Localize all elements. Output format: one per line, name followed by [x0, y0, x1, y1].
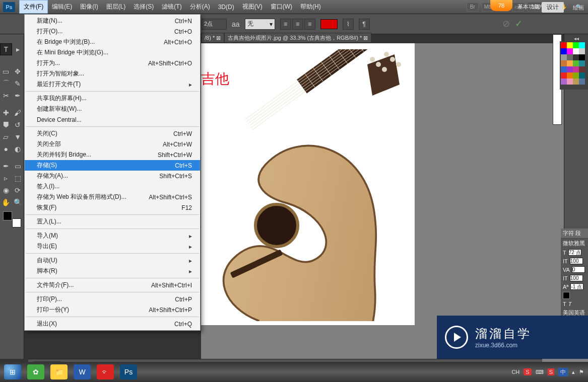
brush-tool[interactable]: 🖌	[12, 107, 24, 119]
fg-bg-color[interactable]	[2, 210, 22, 228]
menu-3d[interactable]: 3D(D)	[214, 2, 238, 13]
warp-text-button[interactable]: ⌇	[343, 19, 354, 30]
file-menu-item[interactable]: Device Central...	[25, 114, 200, 125]
file-menu-item[interactable]: 打印(P)...Ctrl+P	[25, 294, 200, 304]
eraser-tool[interactable]: ▱	[0, 131, 12, 143]
align-center-button[interactable]: ≡	[292, 19, 303, 30]
text-color-row[interactable]	[561, 291, 588, 300]
font-family-field[interactable]: 微软雅黑	[561, 239, 588, 248]
taskbar-music[interactable]: ᯤ	[97, 364, 114, 379]
blur-tool[interactable]: ●	[0, 143, 12, 155]
quickselect-tool[interactable]: ✎	[12, 78, 24, 90]
ime-badge-icon[interactable]: S	[548, 368, 554, 375]
file-menu-item[interactable]: 共享我的屏幕(H)...	[25, 93, 200, 104]
taskbar-photoshop[interactable]: Ps	[120, 364, 137, 379]
menu-select[interactable]: 选择(S)	[129, 1, 158, 13]
marquee-tool[interactable]: ▭	[0, 65, 12, 78]
type-tool[interactable]: T	[0, 43, 12, 55]
direct-select-tool[interactable]: ▹	[0, 172, 12, 184]
heal-tool[interactable]: ✚	[0, 107, 12, 119]
file-menu-item[interactable]: 脚本(R)	[25, 266, 200, 276]
file-menu-item[interactable]: 导出(E)	[25, 241, 200, 252]
file-menu-item[interactable]: 打开为...Alt+Shift+Ctrl+O	[25, 58, 200, 68]
menu-layer[interactable]: 图层(L)	[102, 1, 130, 13]
move-tool[interactable]: ✥	[12, 65, 24, 78]
crop-tool[interactable]: ✂	[0, 90, 12, 102]
taskbar-folder[interactable]: 📁	[50, 364, 68, 379]
font-size-input[interactable]	[568, 249, 581, 256]
file-menu-item[interactable]: 存储为 Web 和设备所用格式(D)...Alt+Shift+Ctrl+S	[25, 192, 200, 202]
path-select-tool[interactable]: ▸	[12, 43, 24, 55]
ime-cn-icon[interactable]: 中	[558, 368, 568, 376]
lasso-tool[interactable]: ⌒	[0, 78, 12, 90]
bucket-tool[interactable]: ▼	[12, 131, 24, 143]
zoom-tool[interactable]: 🔍	[12, 196, 24, 208]
tracking-input[interactable]	[572, 266, 585, 273]
basic-label[interactable]: 基本功能	[517, 3, 540, 11]
file-menu-item[interactable]: 导入(M)	[25, 231, 200, 241]
ime-lang[interactable]: CH	[511, 369, 519, 375]
file-menu-item[interactable]: 创建新审核(W)...	[25, 104, 200, 114]
file-menu-item[interactable]: 在 Mini Bridge 中浏览(G)...	[25, 47, 200, 58]
file-menu-item[interactable]: 在 Bridge 中浏览(B)...Alt+Ctrl+O	[25, 37, 200, 47]
file-menu-item[interactable]: 新建(N)...Ctrl+N	[25, 16, 200, 26]
commit-icon[interactable]: ✓	[515, 18, 522, 29]
antialias-dropdown[interactable]: 无▾	[245, 19, 275, 30]
file-menu-item[interactable]: 签入(I)...	[25, 181, 200, 192]
taskbar-app-1[interactable]: ✿	[27, 364, 44, 379]
workspace-design-button[interactable]: 设计	[542, 2, 564, 13]
faux-styles-row[interactable]: T T	[561, 300, 588, 308]
align-left-button[interactable]: ≡	[280, 19, 291, 30]
eyedropper-tool[interactable]: ✒	[12, 90, 24, 102]
taskbar-word[interactable]: W	[74, 364, 91, 379]
text-color-swatch[interactable]	[563, 292, 570, 299]
char-panel-toggle[interactable]: ¶	[359, 19, 370, 30]
menu-file[interactable]: 文件(F)	[19, 0, 48, 14]
leading-input[interactable]	[570, 258, 583, 264]
file-menu-item[interactable]: 关闭(C)Ctrl+W	[25, 128, 200, 139]
notification-badge[interactable]: 78	[490, 0, 512, 11]
baseline-input[interactable]	[570, 283, 583, 290]
align-right-button[interactable]: ≡	[304, 19, 315, 30]
menu-edit[interactable]: 编辑(E)	[48, 1, 76, 13]
menu-filter[interactable]: 滤镜(T)	[158, 1, 185, 13]
workspace-draw-button[interactable]: 绘画	[573, 4, 584, 12]
menu-view[interactable]: 视图(V)	[238, 1, 267, 13]
tray-arrow-icon[interactable]: ▴	[572, 369, 575, 375]
start-button[interactable]: ⊞	[4, 364, 21, 379]
file-menu-item[interactable]: 打开(O)...Ctrl+O	[25, 26, 200, 37]
history-brush-tool[interactable]: ↺	[12, 119, 24, 131]
file-menu-item[interactable]: 恢复(F)F12	[25, 202, 200, 213]
file-menu-item[interactable]: 打开为智能对象...	[25, 68, 200, 79]
stroke-width-field[interactable]: 2点	[202, 19, 227, 30]
file-menu-item[interactable]: 最近打开文件(T)	[25, 79, 200, 90]
menu-image[interactable]: 图像(I)	[76, 1, 102, 13]
file-menu-item[interactable]: 关闭全部Alt+Ctrl+W	[25, 139, 200, 149]
file-menu-item[interactable]: 关闭并转到 Bridge...Shift+Ctrl+W	[25, 149, 200, 160]
vscale-input[interactable]	[570, 275, 583, 281]
menu-help[interactable]: 帮助(H)	[296, 1, 325, 13]
file-menu-item[interactable]: 自动(U)	[25, 255, 200, 266]
doc-tab-2[interactable]: 古典吉他外观图片.jpg @ 33.3% (古典吉他，RGB/8#) * ⊠	[224, 33, 371, 43]
rotate-view-tool[interactable]: ⟳	[12, 184, 24, 196]
doc-tab-1[interactable]: /8) * ⊠	[201, 33, 224, 43]
ime-sogou-icon[interactable]: S	[524, 368, 531, 375]
menu-analysis[interactable]: 分析(A)	[186, 1, 214, 13]
ime-keyboard-icon[interactable]: ⌨	[536, 369, 544, 375]
file-menu-item[interactable]: 存储(S)Ctrl+S	[25, 160, 200, 171]
swatches-grid[interactable]	[560, 41, 588, 90]
3d-camera-tool[interactable]: ◉	[0, 184, 12, 196]
hand-tool[interactable]: ✋	[0, 196, 12, 208]
tray-flag-icon[interactable]: ⚑	[579, 369, 584, 375]
dodge-tool[interactable]: ◐	[12, 143, 24, 155]
char-panel-header[interactable]: 字符 段	[561, 228, 588, 239]
cancel-icon[interactable]: ⊘	[502, 18, 510, 29]
file-menu-item[interactable]: 文件简介(F)...Alt+Shift+Ctrl+I	[25, 280, 200, 290]
bridge-icon[interactable]: Br	[467, 3, 479, 12]
file-menu-item[interactable]: 置入(L)...	[25, 216, 200, 227]
pen-tool[interactable]: ✒	[0, 160, 12, 172]
file-menu-item[interactable]: 打印一份(Y)Alt+Shift+Ctrl+P	[25, 304, 200, 315]
stamp-tool[interactable]: ⛊	[0, 119, 12, 131]
file-menu-item[interactable]: 存储为(A)...Shift+Ctrl+S	[25, 171, 200, 181]
shape-tool[interactable]: ▭	[12, 160, 24, 172]
